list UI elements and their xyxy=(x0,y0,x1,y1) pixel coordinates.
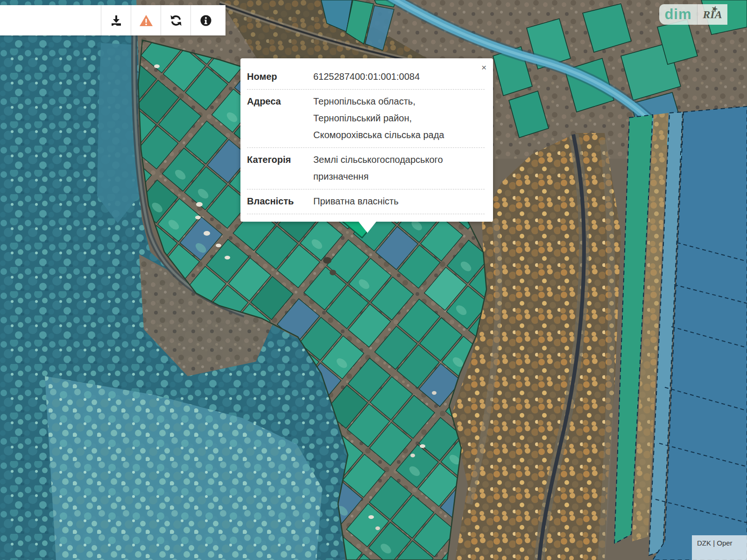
field-label: Адреса xyxy=(247,93,313,143)
parcel-address-value: Тернопільська область, Тернопільський ра… xyxy=(313,93,485,143)
toolbar-spacer xyxy=(0,5,101,35)
warning-button[interactable] xyxy=(131,5,161,35)
parcel-info-popup: × Номер 6125287400:01:001:0084 Адреса Те… xyxy=(240,58,493,222)
download-icon xyxy=(109,14,123,28)
popup-row-ownership: Власність Приватна власність xyxy=(247,189,485,214)
parcel-number-value: 6125287400:01:001:0084 xyxy=(313,68,485,85)
field-label: Власність xyxy=(247,193,313,210)
popup-row-number: Номер 6125287400:01:001:0084 xyxy=(247,65,485,90)
parcel-category-value: Землі сільськогосподарського призначення xyxy=(313,151,485,185)
map-toolbar xyxy=(0,5,226,35)
popup-pointer-tail xyxy=(359,222,376,233)
field-label: Номер xyxy=(247,68,313,85)
info-button[interactable] xyxy=(191,5,221,35)
popup-close-button[interactable]: × xyxy=(480,62,487,73)
info-icon xyxy=(199,14,213,28)
popup-row-address: Адреса Тернопільська область, Тернопільс… xyxy=(247,90,485,148)
dim-logo[interactable]: dim xyxy=(659,4,697,25)
brand-watermark: dim ★ RIA xyxy=(659,4,727,25)
warning-icon xyxy=(139,14,154,28)
ria-logo[interactable]: ★ RIA xyxy=(697,4,727,25)
parcel-ownership-value: Приватна власність xyxy=(313,193,485,210)
refresh-button[interactable] xyxy=(161,5,191,35)
map-stage: × Номер 6125287400:01:001:0084 Адреса Те… xyxy=(0,0,747,560)
map-attribution[interactable]: DZK | Oper xyxy=(692,535,747,560)
field-label: Категорія xyxy=(247,151,313,185)
download-button[interactable] xyxy=(101,5,131,35)
refresh-icon xyxy=(169,14,183,28)
popup-row-category: Категорія Землі сільськогосподарського п… xyxy=(247,148,485,189)
